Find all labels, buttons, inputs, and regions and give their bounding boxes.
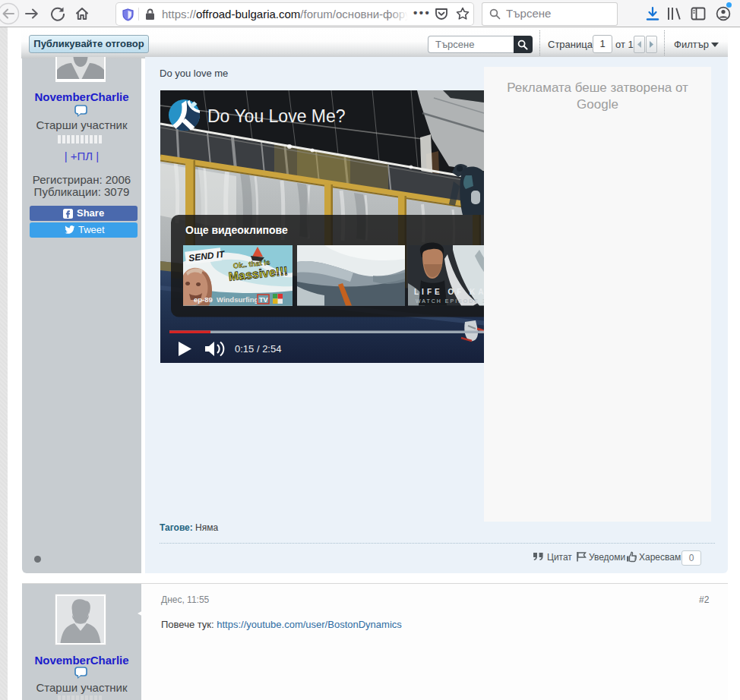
- svg-text:Windsurfing: Windsurfing: [217, 295, 259, 304]
- svg-text:ep-89: ep-89: [194, 295, 213, 304]
- svg-text:TV: TV: [259, 296, 268, 304]
- svg-text:LIFE OF KAI: LIFE OF KAI: [414, 288, 484, 296]
- svg-text:Do You Love Me?: Do You Love Me?: [207, 106, 346, 126]
- svg-text:0:15 / 2:54: 0:15 / 2:54: [235, 343, 281, 355]
- svg-text:WATCH EPISODE 3: WATCH EPISODE 3: [416, 298, 484, 304]
- svg-text:Още видеоклипове: Още видеоклипове: [185, 224, 288, 236]
